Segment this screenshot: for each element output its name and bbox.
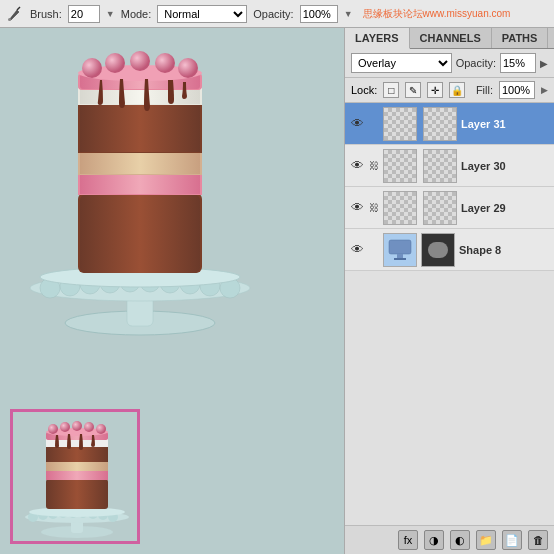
svg-rect-17	[80, 195, 200, 273]
layer30-thumbnail	[383, 149, 417, 183]
layers-panel: LAYERS CHANNELS PATHS Overlay Opacity: ▶…	[344, 28, 554, 554]
svg-point-55	[60, 422, 70, 432]
layer-item-layer29[interactable]: 👁 ⛓ Layer 29	[345, 187, 554, 229]
svg-rect-49	[46, 461, 108, 471]
layer29-name: Layer 29	[461, 202, 550, 214]
layer30-mask-thumbnail	[423, 149, 457, 183]
lock-row: Lock: □ ✎ ✛ 🔒 Fill: ▶	[345, 78, 554, 103]
layer-item-layer31[interactable]: 👁 Layer 31	[345, 103, 554, 145]
svg-rect-59	[389, 240, 411, 254]
shape8-name: Shape 8	[459, 244, 550, 256]
brush-size-unit: ▼	[106, 9, 115, 19]
opacity-input[interactable]	[300, 5, 338, 23]
layer30-visibility-icon[interactable]: 👁	[349, 158, 365, 174]
add-adjustment-button[interactable]: ◐	[450, 530, 470, 550]
svg-rect-61	[394, 258, 406, 260]
svg-rect-62	[428, 242, 448, 258]
brush-label: Brush:	[30, 8, 62, 20]
svg-rect-50	[46, 445, 108, 462]
delete-layer-button[interactable]: 🗑	[528, 530, 548, 550]
svg-line-0	[17, 7, 20, 10]
fill-value-input[interactable]	[499, 81, 535, 99]
thumbnail-preview-box	[10, 409, 140, 544]
cake-illustration-large	[20, 33, 260, 343]
toolbar: Brush: ▼ Mode: Normal Opacity: ▼ 思缘板块论坛w…	[0, 0, 554, 28]
add-layer-button[interactable]: 📄	[502, 530, 522, 550]
svg-point-33	[178, 58, 198, 78]
blend-mode-row: Overlay Opacity: ▶	[345, 49, 554, 78]
brush-tool-icon	[6, 5, 24, 23]
fill-arrow-icon[interactable]: ▶	[541, 85, 548, 95]
watermark-text: 思缘板块论坛www.missyuan.com	[363, 7, 511, 21]
layer30-name: Layer 30	[461, 160, 550, 172]
opacity-label: Opacity:	[253, 8, 293, 20]
cake-illustration-small	[18, 417, 136, 539]
layer29-thumbnail	[383, 191, 417, 225]
fill-label: Fill:	[476, 84, 493, 96]
lock-all-button[interactable]: 🔒	[449, 82, 465, 98]
opacity-label: Opacity:	[456, 57, 496, 69]
add-mask-button[interactable]: ◑	[424, 530, 444, 550]
shape8-thumbnail	[383, 233, 417, 267]
svg-point-30	[105, 53, 125, 73]
lock-image-button[interactable]: ✎	[405, 82, 421, 98]
tab-channels[interactable]: CHANNELS	[410, 28, 492, 48]
brush-size-input[interactable]	[68, 5, 100, 23]
opacity-value-input[interactable]	[500, 53, 536, 73]
opacity-arrow-icon[interactable]: ▶	[540, 58, 548, 69]
svg-rect-48	[46, 470, 108, 480]
svg-rect-60	[397, 254, 403, 258]
lock-label: Lock:	[351, 84, 377, 96]
svg-rect-19	[80, 174, 200, 194]
main-area: LAYERS CHANNELS PATHS Overlay Opacity: ▶…	[0, 28, 554, 554]
layer-item-shape8[interactable]: 👁 Shape 8	[345, 229, 554, 271]
tab-paths[interactable]: PATHS	[492, 28, 549, 48]
svg-point-54	[48, 424, 58, 434]
layer31-mask-thumbnail	[423, 107, 457, 141]
add-style-button[interactable]: fx	[398, 530, 418, 550]
mode-label: Mode:	[121, 8, 152, 20]
svg-point-31	[130, 51, 150, 71]
svg-point-58	[96, 424, 106, 434]
svg-point-29	[82, 58, 102, 78]
mode-select[interactable]: Normal	[157, 5, 247, 23]
layer29-mask-thumbnail	[423, 191, 457, 225]
layer-list: 👁 Layer 31 👁 ⛓ Laye	[345, 103, 554, 525]
svg-rect-23	[80, 104, 200, 152]
svg-point-57	[84, 422, 94, 432]
svg-point-56	[72, 421, 82, 431]
layer30-link-icon: ⛓	[369, 160, 379, 171]
svg-point-32	[155, 53, 175, 73]
layer31-thumbnail	[383, 107, 417, 141]
layer-item-layer30[interactable]: 👁 ⛓ Layer 30	[345, 145, 554, 187]
layer31-visibility-icon[interactable]: 👁	[349, 116, 365, 132]
blend-mode-select[interactable]: Overlay	[351, 53, 452, 73]
lock-transparency-button[interactable]: □	[383, 82, 399, 98]
svg-point-1	[8, 18, 11, 21]
canvas-area[interactable]	[0, 28, 344, 554]
layer29-visibility-icon[interactable]: 👁	[349, 200, 365, 216]
tab-layers[interactable]: LAYERS	[345, 28, 410, 49]
panel-bottom-toolbar: fx ◑ ◐ 📁 📄 🗑	[345, 525, 554, 554]
svg-rect-47	[46, 479, 108, 509]
layer29-link-icon: ⛓	[369, 202, 379, 213]
layer31-name: Layer 31	[461, 118, 550, 130]
shape8-visibility-icon[interactable]: 👁	[349, 242, 365, 258]
svg-rect-21	[80, 152, 200, 174]
shape8-mask-thumbnail	[421, 233, 455, 267]
panel-tabs: LAYERS CHANNELS PATHS	[345, 28, 554, 49]
add-group-button[interactable]: 📁	[476, 530, 496, 550]
lock-position-button[interactable]: ✛	[427, 82, 443, 98]
opacity-arrow: ▼	[344, 9, 353, 19]
